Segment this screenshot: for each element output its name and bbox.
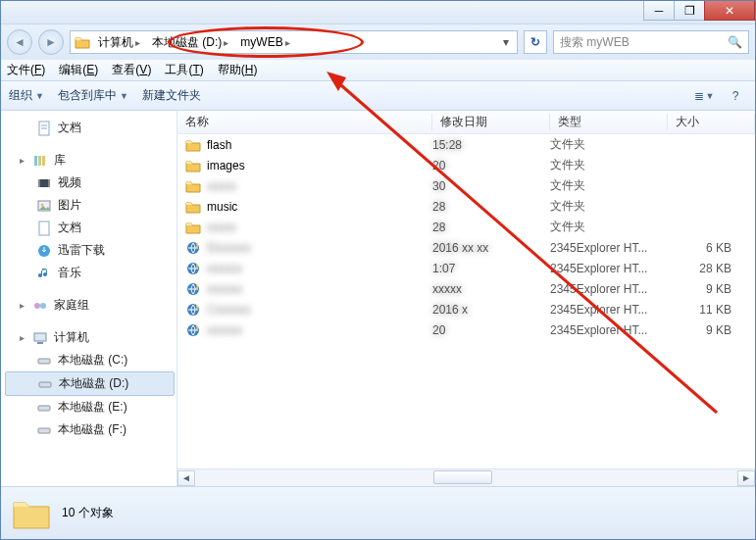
file-date: 1:07 [432,262,550,275]
menu-view[interactable]: 查看(V) [112,62,151,78]
file-list[interactable]: flash15:28文件夹images20文件夹xxxxx30文件夹music2… [177,134,755,468]
list-item[interactable]: images20文件夹 [177,155,755,175]
file-type: 文件夹 [550,136,668,153]
file-name: flash [207,138,231,152]
expand-icon[interactable]: ▸ [17,332,26,343]
breadcrumb-myweb[interactable]: myWEB ▸ [236,34,293,50]
music-icon [36,266,52,281]
drive-icon [36,400,52,416]
nav-label: 本地磁盘 (C:) [58,352,127,368]
menu-help[interactable]: 帮助(H) [218,62,258,78]
nav-label: 图片 [58,197,81,214]
file-date: 2016 x [432,303,550,317]
nav-label: 音乐 [58,265,81,281]
list-item[interactable]: xxxxx28文件夹 [177,217,755,237]
file-type: 文件夹 [550,219,668,235]
file-name: xxxxxx [207,323,242,337]
breadcrumb-label: 本地磁盘 (D:) [152,34,222,51]
scroll-thumb[interactable] [433,470,492,484]
close-button[interactable]: ✕ [704,1,755,21]
list-item[interactable]: Dxxxxxx2016 xx xx2345Explorer HT...6 KB [177,237,755,258]
svg-point-13 [34,303,40,309]
list-item[interactable]: xxxxx30文件夹 [177,175,755,196]
picture-icon [36,198,52,214]
col-type[interactable]: 类型 [550,114,668,130]
help-button[interactable]: ? [724,86,747,106]
nav-computer[interactable]: ▸计算机 [5,326,175,349]
nav-label: 视频 [58,174,81,191]
expand-icon[interactable]: ▸ [17,300,26,311]
breadcrumb-label: myWEB [240,35,282,49]
maximize-button[interactable]: ❐ [674,1,705,21]
refresh-button[interactable]: ↻ [524,30,547,54]
nav-drive-f[interactable]: 本地磁盘 (F:) [5,418,175,441]
nav-pictures[interactable]: 图片 [5,194,175,217]
scroll-track[interactable] [195,470,737,486]
file-date: 28 [432,221,550,234]
nav-drive-c[interactable]: 本地磁盘 (C:) [5,349,175,371]
new-folder-button[interactable]: 新建文件夹 [142,87,201,104]
col-date[interactable]: 修改日期 [432,114,550,130]
menu-file[interactable]: 文件(F) [7,62,45,78]
col-name[interactable]: 名称 [177,114,432,130]
search-input[interactable]: 搜索 myWEB 🔍 [553,30,749,54]
file-size: 6 KB [668,241,755,255]
breadcrumb-drive-d[interactable]: 本地磁盘 (D:) ▸ [148,33,232,52]
download-icon [36,243,52,259]
svg-rect-7 [38,179,40,187]
file-date: 20 [432,159,550,172]
nav-forward-button[interactable]: ► [38,29,64,55]
list-item[interactable]: music28文件夹 [177,196,755,217]
nav-back-button[interactable]: ◄ [7,29,32,55]
list-item[interactable]: xxxxxx202345Explorer HT...9 KB [177,319,755,340]
nav-label: 家庭组 [54,297,89,314]
svg-rect-3 [34,156,37,166]
expand-icon[interactable]: ▸ [17,155,26,166]
nav-videos[interactable]: 视频 [5,172,175,194]
menu-tools[interactable]: 工具(T) [165,62,203,78]
address-bar[interactable]: 计算机 ▸ 本地磁盘 (D:) ▸ myWEB ▸ ▾ [70,30,518,54]
organize-button[interactable]: 组织 ▼ [9,87,44,104]
file-type: 2345Explorer HT... [550,323,668,337]
chevron-right-icon[interactable]: ▸ [224,37,228,48]
address-dropdown-icon[interactable]: ▾ [499,35,513,49]
drive-icon [36,353,52,368]
computer-icon [32,330,48,346]
file-name: music [207,200,237,214]
nav-documents[interactable]: 文档 [5,117,175,139]
view-options-button[interactable]: ≣▼ [692,86,716,106]
document-icon [36,121,52,136]
file-name: images [207,159,245,172]
col-size[interactable]: 大小 [668,114,755,130]
svg-rect-15 [34,333,46,341]
file-name: xxxxxx [207,262,242,275]
nav-drive-d[interactable]: 本地磁盘 (D:) [5,371,175,396]
minimize-button[interactable]: ─ [643,1,675,21]
file-name: xxxxxx [207,282,242,296]
nav-homegroup[interactable]: ▸家庭组 [5,294,175,317]
chevron-right-icon[interactable]: ▸ [135,37,140,48]
nav-thunder[interactable]: 迅雷下载 [5,239,175,262]
include-in-library-button[interactable]: 包含到库中 ▼ [58,87,128,104]
nav-libraries[interactable]: ▸ 库 [5,149,175,172]
folder-icon [185,158,201,173]
video-icon [36,175,52,191]
horizontal-scrollbar[interactable]: ◄ ► [177,468,755,486]
chevron-right-icon[interactable]: ▸ [285,37,290,48]
scroll-left-button[interactable]: ◄ [177,470,195,486]
nav-drive-e[interactable]: 本地磁盘 (E:) [5,396,175,418]
navigation-pane[interactable]: 文档 ▸ 库 视频 图片 文档 迅雷下载 音乐 ▸家庭组 ▸计算机 本地 [1,111,177,486]
folder-icon [185,178,201,194]
breadcrumb-computer[interactable]: 计算机 ▸ [94,33,144,52]
file-type: 文件夹 [550,177,668,194]
list-item[interactable]: xxxxxxxxxxx2345Explorer HT...9 KB [177,278,755,299]
menu-edit[interactable]: 编辑(E) [59,62,98,78]
list-item[interactable]: flash15:28文件夹 [177,134,755,155]
file-name: Cxxxxxx [207,303,251,317]
list-item[interactable]: Cxxxxxx2016 x2345Explorer HT...11 KB [177,299,755,319]
ie-icon [185,281,201,297]
scroll-right-button[interactable]: ► [737,470,755,486]
list-item[interactable]: xxxxxx1:072345Explorer HT...28 KB [177,258,755,278]
nav-music[interactable]: 音乐 [5,262,175,284]
nav-documents-lib[interactable]: 文档 [5,217,175,239]
